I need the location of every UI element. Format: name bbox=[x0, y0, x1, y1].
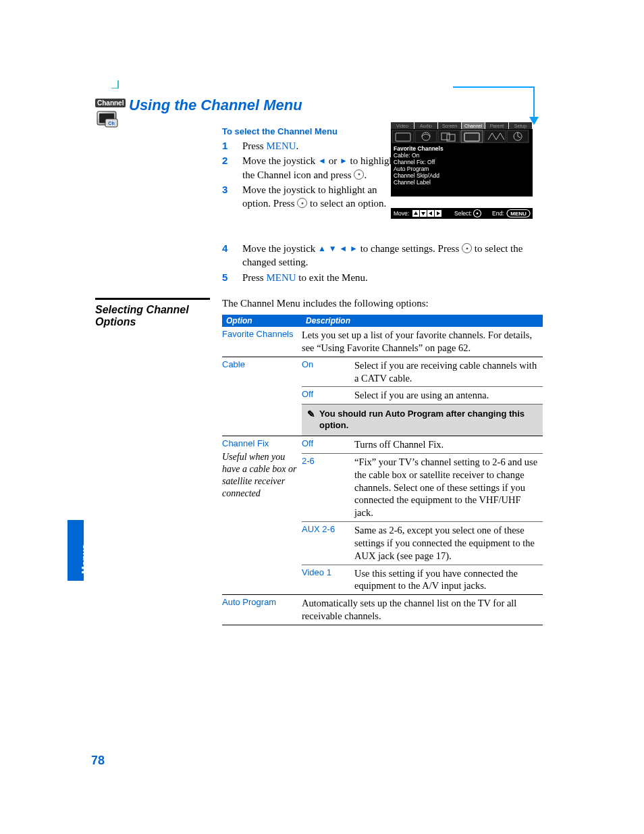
channel-badge-label: Channel bbox=[95, 99, 126, 107]
step-5-num: 5 bbox=[222, 271, 242, 284]
opt-cf-26-desc: “Fix” your TV’s channel setting to 2-6 a… bbox=[354, 454, 543, 522]
svg-text:End:: End: bbox=[492, 210, 504, 217]
opt-cable: Cable bbox=[222, 357, 302, 436]
opt-cable-off: Off bbox=[302, 387, 354, 404]
cable-note: ✎ You should run Auto Program after chan… bbox=[302, 405, 543, 436]
svg-text:Ch: Ch bbox=[108, 121, 114, 126]
svg-text:Video: Video bbox=[396, 124, 408, 128]
opt-cf-aux-desc: Same as 2-6, except you select one of th… bbox=[354, 522, 543, 565]
arrow-right-icon: ► bbox=[350, 244, 358, 253]
arrow-left-icon: ◄ bbox=[339, 244, 347, 253]
opt-favorite: Favorite Channels bbox=[222, 327, 302, 357]
step-4-pre: Move the joystick bbox=[242, 243, 318, 254]
opt-cf-off-desc: Turns off Channel Fix. bbox=[354, 436, 543, 453]
step-1-pre: Press bbox=[242, 140, 266, 151]
step-1: 1 Press MENU. bbox=[222, 139, 398, 153]
step-3-num: 3 bbox=[222, 183, 242, 197]
step-2-pre: Move the joystick bbox=[242, 155, 318, 166]
arrow-down-icon: ▼ bbox=[329, 244, 337, 253]
svg-text:Select:: Select: bbox=[454, 210, 472, 217]
step-5-pre: Press bbox=[242, 272, 266, 283]
channel-badge: Channel Ch bbox=[95, 97, 122, 132]
tv-channel-icon: Ch bbox=[95, 109, 121, 130]
side-tab-label: Menus bbox=[80, 544, 90, 574]
svg-point-45 bbox=[477, 213, 479, 215]
svg-text:Move:: Move: bbox=[394, 210, 409, 217]
cable-note-text: You should run Auto Program after changi… bbox=[319, 409, 537, 432]
opt-cf-v1: Video 1 bbox=[302, 565, 354, 595]
arrow-up-icon: ▲ bbox=[318, 244, 326, 253]
press-joystick-icon bbox=[297, 198, 307, 208]
svg-text:Cable: On: Cable: On bbox=[394, 152, 420, 159]
press-joystick-icon bbox=[354, 170, 364, 180]
step-2-num: 2 bbox=[222, 154, 242, 167]
opt-cable-off-desc: Select if you are using an antenna. bbox=[354, 387, 543, 404]
opt-cable-on: On bbox=[302, 357, 354, 387]
section-channel-options-intro: The Channel Menu includes the following … bbox=[222, 298, 543, 309]
menu-ref: MENU bbox=[266, 140, 296, 151]
svg-text:Channel: Channel bbox=[464, 124, 483, 128]
opt-channel-fix: Channel Fix bbox=[222, 438, 298, 450]
step-3: 3 Move the joystick to highlight an opti… bbox=[222, 183, 398, 211]
step-5: 5 Press MENU to exit the Menu. bbox=[222, 271, 543, 284]
step-3-post: to select an option. bbox=[307, 198, 386, 209]
opt-auto-program-desc: Automatically sets up the channel list o… bbox=[302, 595, 543, 625]
arrow-left-icon: ◄ bbox=[318, 156, 326, 165]
note-icon: ✎ bbox=[307, 409, 315, 419]
svg-text:Auto Program: Auto Program bbox=[394, 165, 429, 172]
channel-options-table: Option Description Favorite Channels Let… bbox=[222, 315, 543, 625]
opt-cable-on-desc: Select if you are receiving cable channe… bbox=[354, 357, 543, 387]
opt-cf-aux: AUX 2-6 bbox=[302, 522, 354, 565]
page-number: 78 bbox=[91, 754, 105, 768]
col-description: Description bbox=[302, 315, 543, 327]
side-tab: Menus bbox=[68, 520, 84, 581]
svg-text:MENU: MENU bbox=[510, 211, 527, 217]
opt-cf-off: Off bbox=[302, 436, 354, 453]
step-1-num: 1 bbox=[222, 139, 242, 153]
crop-mark bbox=[111, 80, 122, 88]
section-channel-options-title: Selecting Channel Options bbox=[95, 304, 210, 328]
svg-text:Channel Skip/Add: Channel Skip/Add bbox=[394, 172, 439, 179]
svg-text:Screen: Screen bbox=[442, 124, 457, 128]
step-4-num: 4 bbox=[222, 242, 242, 255]
osd-preview: Video Audio Screen Channel Parent Setup bbox=[391, 103, 533, 231]
step-4-mid: to change settings. Press bbox=[358, 243, 462, 254]
step-5-post: to exit the Menu. bbox=[296, 272, 368, 283]
svg-text:Channel Fix: Off: Channel Fix: Off bbox=[394, 159, 435, 165]
arrow-right-icon: ► bbox=[340, 156, 348, 165]
step-2: 2 Move the joystick ◄ or ► to highlight … bbox=[222, 154, 398, 182]
svg-text:Audio: Audio bbox=[420, 124, 432, 128]
select-channel-menu-title: To select the Channel Menu bbox=[222, 126, 398, 136]
svg-text:Parent: Parent bbox=[490, 124, 504, 128]
menu-ref: MENU bbox=[266, 272, 296, 283]
opt-cf-v1-desc: Use this setting if you have connected t… bbox=[354, 565, 543, 595]
opt-auto-program: Auto Program bbox=[222, 595, 302, 625]
svg-text:Channel Label: Channel Label bbox=[394, 179, 431, 186]
opt-favorite-desc: Lets you set up a list of your favorite … bbox=[302, 327, 543, 357]
step-2-mid: or bbox=[326, 155, 340, 166]
opt-channel-fix-note: Useful when you have a cable box or sate… bbox=[222, 451, 298, 500]
svg-text:Favorite Channels: Favorite Channels bbox=[394, 145, 444, 152]
col-option: Option bbox=[222, 315, 302, 327]
svg-text:Setup: Setup bbox=[514, 124, 527, 129]
press-joystick-icon bbox=[462, 243, 472, 253]
step-1-post: . bbox=[296, 140, 299, 151]
step-4: 4 Move the joystick ▲ ▼ ◄ ► to change se… bbox=[222, 242, 543, 269]
opt-cf-26: 2-6 bbox=[302, 454, 354, 522]
